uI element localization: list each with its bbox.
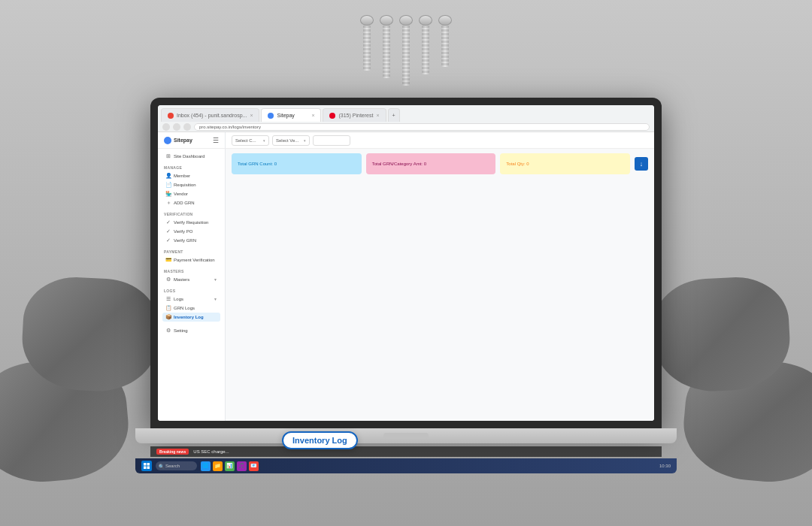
sidebar: Sitepay ☰ ⊞ Site Dashboard bbox=[158, 132, 226, 421]
layers-icon: ⚙ bbox=[165, 277, 171, 283]
stat-total-qty-value: 0 bbox=[526, 162, 529, 166]
download-icon: ↓ bbox=[640, 160, 644, 168]
sidebar-item-setting[interactable]: ⚙ Setting bbox=[162, 326, 220, 335]
pinterest-tab-label: (315) Pinterest bbox=[338, 113, 373, 118]
hamburger-menu[interactable]: ☰ bbox=[213, 137, 219, 144]
sidebar-label-add-grn: ADD GRN bbox=[174, 201, 195, 205]
taskbar-app-browser[interactable]: 🌐 bbox=[201, 461, 211, 471]
taskbar-app-3[interactable]: 📊 bbox=[225, 461, 235, 471]
laptop-screen-outer: Inbox (454) - punit.sandrosp... × Sitepa… bbox=[150, 98, 662, 428]
browser-tab-gmail[interactable]: Inbox (454) - punit.sandrosp... × bbox=[161, 108, 259, 122]
check-req-icon: ✓ bbox=[165, 219, 171, 225]
clipboard-icon: 📋 bbox=[165, 305, 171, 311]
stat-grn-count-value: 0 bbox=[274, 162, 277, 166]
store-icon: 🏪 bbox=[165, 191, 171, 197]
sidebar-label-payment: Payment Verification bbox=[174, 258, 215, 262]
logo-area: Sitepay bbox=[164, 137, 192, 144]
sidebar-label-setting: Setting bbox=[174, 328, 188, 333]
search-icon-taskbar: 🔍 bbox=[159, 464, 164, 469]
back-button[interactable] bbox=[162, 123, 170, 131]
taskbar-search[interactable]: 🔍 Search bbox=[156, 461, 197, 470]
masters-section-title: MASTERS bbox=[162, 269, 220, 274]
category-select-text: Select C... bbox=[235, 138, 256, 143]
start-button[interactable] bbox=[141, 461, 152, 471]
vendor-select[interactable]: Select Ve... ▾ bbox=[272, 135, 310, 146]
sidebar-section-payment: PAYMENT 💳 Payment Verification bbox=[158, 246, 225, 266]
bolt-3 bbox=[399, 15, 413, 90]
vendor-chevron: ▾ bbox=[304, 138, 306, 143]
sidebar-section-manage: MANAGE 👤 Member 📄 Requisition 🏪 bbox=[158, 162, 225, 209]
sidebar-item-vendor[interactable]: 🏪 Vendor bbox=[162, 189, 220, 198]
stat-grn-count-label: Total GRN Count: bbox=[238, 162, 273, 166]
taskbar-app-5[interactable]: 📧 bbox=[249, 461, 259, 471]
new-tab-label: + bbox=[392, 113, 395, 118]
list-icon: ☰ bbox=[165, 296, 171, 302]
forward-button[interactable] bbox=[173, 123, 180, 131]
sidebar-item-verify-po[interactable]: ✓ Verify PO bbox=[162, 227, 220, 236]
pinterest-favicon bbox=[329, 113, 335, 119]
sidebar-item-requisition[interactable]: 📄 Requisition bbox=[162, 180, 220, 189]
stat-card-grn-amt: Total GRN/Category Amt: 0 bbox=[366, 153, 496, 174]
sidebar-section-settings: ⚙ Setting bbox=[158, 323, 225, 337]
bolt-4 bbox=[419, 15, 432, 79]
stat-card-grn-count: Total GRN Count: 0 bbox=[232, 153, 362, 174]
main-toolbar: Select C... ▾ Select Ve... ▾ bbox=[226, 132, 654, 149]
sidebar-label-requisition: Requisition bbox=[174, 183, 196, 187]
sidebar-label-member: Member bbox=[174, 174, 190, 178]
taskbar-app-4[interactable]: 🎵 bbox=[237, 461, 247, 471]
bolts-container bbox=[360, 15, 452, 90]
browser-tab-sitepay[interactable]: Sitepay × bbox=[261, 108, 321, 122]
bolt-head-1 bbox=[360, 15, 374, 26]
taskbar-system-tray: 10:30 bbox=[659, 464, 671, 468]
svg-rect-2 bbox=[144, 467, 147, 470]
sitepay-logo-circle bbox=[164, 137, 171, 144]
sidebar-section-masters: MASTERS ⚙ Masters ▼ bbox=[158, 266, 225, 286]
sitepay-tab-label: Sitepay bbox=[277, 113, 294, 118]
sidebar-label-dashboard: Site Dashboard bbox=[174, 154, 205, 159]
download-button[interactable]: ↓ bbox=[635, 157, 648, 171]
refresh-button[interactable] bbox=[183, 123, 191, 131]
scene: Inbox (454) - punit.sandrosp... × Sitepa… bbox=[0, 0, 812, 526]
stat-card-total-qty: Total Qty: 0 bbox=[500, 153, 630, 174]
plus-icon: ＋ bbox=[165, 200, 171, 206]
app-container: Sitepay ☰ ⊞ Site Dashboard bbox=[158, 132, 654, 421]
file-icon: 📄 bbox=[165, 182, 171, 188]
sidebar-item-logs[interactable]: ☰ Logs ▼ bbox=[162, 295, 220, 304]
bolt-2 bbox=[380, 15, 393, 83]
browser-tabs: Inbox (454) - punit.sandrosp... × Sitepa… bbox=[158, 105, 654, 122]
gmail-favicon bbox=[168, 113, 174, 119]
search-input[interactable] bbox=[313, 135, 350, 146]
pinterest-tab-close[interactable]: × bbox=[376, 113, 379, 118]
bolt-head-5 bbox=[438, 15, 452, 26]
sidebar-item-verify-requisition[interactable]: ✓ Verify Requisition bbox=[162, 218, 220, 227]
sitepay-tab-close[interactable]: × bbox=[311, 113, 314, 118]
bolt-body-3 bbox=[402, 26, 410, 86]
stats-row: Total GRN Count: 0 Total GRN/Category Am… bbox=[226, 149, 654, 179]
logs-expand-icon: ▼ bbox=[214, 297, 217, 301]
sidebar-item-dashboard[interactable]: ⊞ Site Dashboard bbox=[162, 152, 220, 161]
sidebar-item-verify-grn[interactable]: ✓ Verify GRN bbox=[162, 236, 220, 245]
sidebar-item-grn-logs[interactable]: 📋 GRN Logs bbox=[162, 304, 220, 313]
card-icon: 💳 bbox=[165, 257, 171, 263]
sidebar-item-member[interactable]: 👤 Member bbox=[162, 171, 220, 180]
sidebar-item-inventory-log[interactable]: 📦 Inventory Log bbox=[162, 313, 220, 322]
main-content: Select C... ▾ Select Ve... ▾ bbox=[226, 132, 654, 421]
bolt-1 bbox=[360, 15, 374, 75]
stat-grn-amt-value: 0 bbox=[424, 162, 426, 166]
sidebar-item-payment-verification[interactable]: 💳 Payment Verification bbox=[162, 255, 220, 265]
sidebar-section-dashboard: ⊞ Site Dashboard bbox=[158, 149, 225, 162]
bolt-body-2 bbox=[383, 26, 390, 78]
browser-tab-pinterest[interactable]: (315) Pinterest × bbox=[323, 108, 386, 122]
taskbar-app-files[interactable]: 📁 bbox=[213, 461, 223, 471]
address-bar[interactable]: pro.sitepay.co.in/logs/inventory bbox=[194, 123, 650, 131]
gmail-tab-close[interactable]: × bbox=[250, 113, 253, 118]
sidebar-item-add-grn[interactable]: ＋ ADD GRN bbox=[162, 198, 220, 207]
category-select[interactable]: Select C... ▾ bbox=[232, 135, 269, 146]
sidebar-label-logs: Logs bbox=[174, 297, 183, 301]
stat-grn-amt-label: Total GRN/Category Amt: bbox=[372, 162, 423, 166]
sidebar-label-verify-requisition: Verify Requisition bbox=[174, 220, 208, 225]
sitepay-favicon bbox=[268, 113, 274, 119]
sidebar-item-masters[interactable]: ⚙ Masters ▼ bbox=[162, 275, 220, 284]
bolt-head-3 bbox=[399, 15, 413, 26]
browser-tab-new[interactable]: + bbox=[388, 108, 400, 122]
